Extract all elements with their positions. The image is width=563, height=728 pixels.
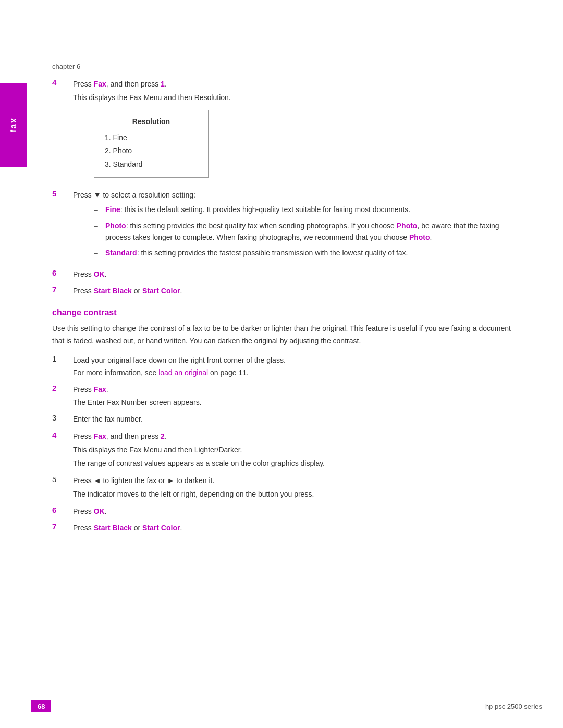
cc-step-7-start-color: Start Color bbox=[142, 524, 180, 532]
cc-step-2-fax: Fax bbox=[94, 385, 106, 393]
step-7-row: 7 Press Start Black or Start Color. bbox=[52, 285, 511, 297]
step-4-row: 4 Press Fax, and then press 1. This disp… bbox=[52, 78, 511, 184]
step-6-number: 6 bbox=[52, 268, 73, 277]
footer-brand: hp psc 2500 series bbox=[485, 702, 542, 710]
cc-step-1-text: Load your original face down on the righ… bbox=[73, 356, 286, 364]
step-5-row: 5 Press ▼ to select a resolution setting… bbox=[52, 189, 511, 263]
step-7-start-black: Start Black bbox=[94, 287, 132, 295]
resolution-box-title: Resolution bbox=[103, 116, 200, 127]
chapter-label: chapter 6 bbox=[52, 63, 80, 70]
resolution-item-2: 2. Photo bbox=[105, 144, 200, 157]
cc-step-5-sub: The indicator moves to the left or right… bbox=[73, 488, 511, 500]
step-7-content: Press Start Black or Start Color. bbox=[73, 285, 511, 297]
dash-photo: – bbox=[94, 220, 103, 231]
footer: 68 hp psc 2500 series bbox=[0, 700, 563, 712]
cc-step-2-number: 2 bbox=[52, 384, 73, 392]
cc-step-7-start-black: Start Black bbox=[94, 524, 132, 532]
cc-step-7-content: Press Start Black or Start Color. bbox=[73, 522, 511, 534]
cc-step-4-sub2: The range of contrast values appears as … bbox=[73, 458, 511, 469]
cc-step-1-sub: For more information, see load an origin… bbox=[73, 367, 511, 378]
cc-step-4-sub1: This displays the Fax Menu and then Ligh… bbox=[73, 444, 511, 455]
cc-step-5-content: Press ◄ to lighten the fax or ► to darke… bbox=[73, 475, 511, 500]
sub-item-standard-text: Standard: this setting provides the fast… bbox=[105, 247, 511, 258]
step-4-text-after-fax: , and then press bbox=[106, 80, 161, 88]
step-4-text-end: . bbox=[165, 80, 167, 88]
sub-item-fine: – Fine: this is the default setting. It … bbox=[94, 204, 511, 215]
cc-step-1-number: 1 bbox=[52, 354, 73, 363]
step-4-content: Press Fax, and then press 1. This displa… bbox=[73, 78, 511, 184]
cc-step-6-content: Press OK. bbox=[73, 505, 511, 517]
dash-standard: – bbox=[94, 247, 103, 258]
resolution-box-items: 1. Fine 2. Photo 3. Standard bbox=[103, 131, 200, 171]
cc-step-6-ok: OK bbox=[94, 507, 105, 515]
cc-step-1-sub2: on page 11. bbox=[208, 368, 249, 377]
arrow-left-icon: ◄ bbox=[94, 476, 101, 485]
cc-step-4-row: 4 Press Fax, and then press 2. This disp… bbox=[52, 430, 511, 470]
cc-step-1-row: 1 Load your original face down on the ri… bbox=[52, 354, 511, 379]
resolution-box: Resolution 1. Fine 2. Photo 3. Standard bbox=[94, 110, 209, 178]
step-4-subtext: This displays the Fax Menu and then Reso… bbox=[73, 92, 511, 103]
sub-item-photo-text: Photo: this setting provides the best qu… bbox=[105, 220, 511, 243]
step-6-row: 6 Press OK. bbox=[52, 268, 511, 280]
change-contrast-heading: change contrast bbox=[52, 308, 511, 317]
side-tab-label: fax bbox=[9, 117, 18, 132]
dash-fine: – bbox=[94, 204, 103, 215]
cc-step-5-row: 5 Press ◄ to lighten the fax or ► to dar… bbox=[52, 475, 511, 500]
cc-step-7-row: 7 Press Start Black or Start Color. bbox=[52, 522, 511, 534]
sub-items: – Fine: this is the default setting. It … bbox=[94, 204, 511, 259]
step-7-start-color: Start Color bbox=[142, 287, 180, 295]
cc-step-2-row: 2 Press Fax. The Enter Fax Number screen… bbox=[52, 384, 511, 408]
step-6-content: Press OK. bbox=[73, 268, 511, 280]
sub-item-fine-text: Fine: this is the default setting. It pr… bbox=[105, 204, 511, 215]
resolution-item-3: 3. Standard bbox=[105, 158, 200, 171]
change-contrast-body: Use this setting to change the contrast … bbox=[52, 323, 511, 347]
arrow-right-icon: ► bbox=[167, 476, 174, 485]
cc-step-1-link[interactable]: load an original bbox=[158, 368, 208, 377]
cc-step-3-row: 3 Enter the fax number. bbox=[52, 413, 511, 425]
step-4-num-link: 1 bbox=[161, 80, 165, 88]
cc-step-6-row: 6 Press OK. bbox=[52, 505, 511, 517]
cc-step-4-num: 2 bbox=[161, 432, 165, 440]
cc-step-2-sub: The Enter Fax Number screen appears. bbox=[73, 397, 511, 408]
cc-step-6-number: 6 bbox=[52, 505, 73, 514]
step-4-text-before-fax: Press bbox=[73, 80, 94, 88]
cc-step-7-number: 7 bbox=[52, 522, 73, 531]
step-7-number: 7 bbox=[52, 285, 73, 294]
cc-step-5-number: 5 bbox=[52, 475, 73, 484]
step-4-fax-link: Fax bbox=[94, 80, 106, 88]
cc-step-4-content: Press Fax, and then press 2. This displa… bbox=[73, 430, 511, 470]
page-container: fax chapter 6 4 Press Fax, and then pres… bbox=[0, 0, 563, 728]
step-6-ok: OK bbox=[94, 270, 105, 278]
cc-step-1-content: Load your original face down on the righ… bbox=[73, 354, 511, 379]
sub-item-photo: – Photo: this setting provides the best … bbox=[94, 220, 511, 243]
cc-step-4-number: 4 bbox=[52, 430, 73, 439]
step-5-number: 5 bbox=[52, 189, 73, 198]
side-tab: fax bbox=[0, 83, 27, 167]
cc-step-3-number: 3 bbox=[52, 413, 73, 422]
step-5-content: Press ▼ to select a resolution setting: … bbox=[73, 189, 511, 263]
cc-step-3-content: Enter the fax number. bbox=[73, 413, 511, 425]
cc-step-2-content: Press Fax. The Enter Fax Number screen a… bbox=[73, 384, 511, 408]
sub-item-standard: – Standard: this setting provides the fa… bbox=[94, 247, 511, 258]
cc-step-1-sub-text: For more information, see bbox=[73, 368, 158, 377]
footer-page-number: 68 bbox=[31, 700, 51, 712]
arrow-down-icon: ▼ bbox=[94, 191, 101, 199]
cc-step-4-fax: Fax bbox=[94, 432, 106, 440]
step-4-number: 4 bbox=[52, 78, 73, 87]
resolution-item-1: 1. Fine bbox=[105, 131, 200, 144]
main-content: 4 Press Fax, and then press 1. This disp… bbox=[52, 78, 511, 539]
step-5-text: Press ▼ to select a resolution setting: bbox=[73, 191, 195, 199]
